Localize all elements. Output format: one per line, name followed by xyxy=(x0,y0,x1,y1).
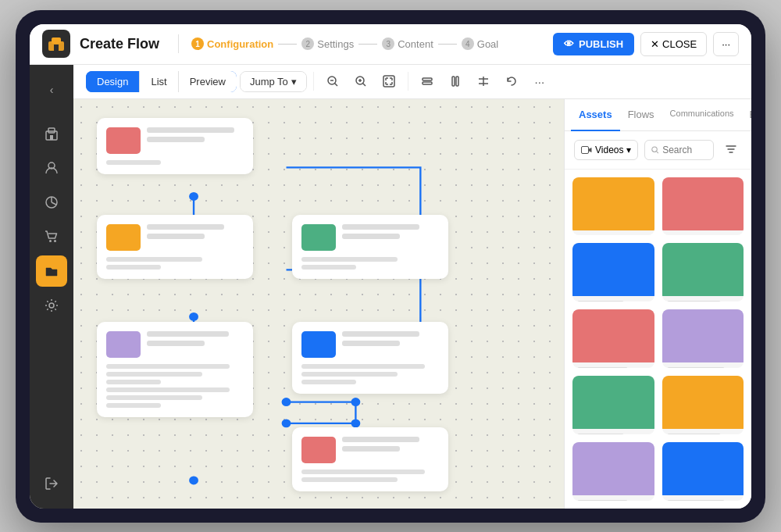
align-v-button[interactable] xyxy=(443,69,468,94)
asset-info xyxy=(572,296,654,302)
tab-flows[interactable]: Flows xyxy=(620,99,662,131)
design-tab[interactable]: Design xyxy=(86,71,139,92)
asset-info-line-1 xyxy=(577,235,628,236)
svg-point-31 xyxy=(652,146,657,151)
node-header-6 xyxy=(301,437,439,463)
sidebar-item-chart[interactable] xyxy=(36,187,67,218)
node-body-line-3a xyxy=(106,364,230,369)
asset-info-line-1 xyxy=(577,301,624,302)
preview-tab[interactable]: Preview xyxy=(178,71,237,92)
video-label[interactable]: Videos ▾ xyxy=(574,140,638,160)
asset-card[interactable] xyxy=(662,376,744,434)
app-logo xyxy=(42,30,70,58)
flow-node-4[interactable] xyxy=(292,215,448,279)
x-icon: ✕ xyxy=(651,38,659,50)
tab-communications[interactable]: Communications xyxy=(662,99,742,131)
distribute-button[interactable] xyxy=(471,69,496,94)
more-toolbar-button[interactable]: ··· xyxy=(527,69,552,94)
sidebar-item-logout[interactable] xyxy=(36,468,67,499)
svg-rect-1 xyxy=(52,37,61,44)
sidebar-item-back[interactable]: ‹ xyxy=(36,74,67,105)
tab-assets[interactable]: Assets xyxy=(571,99,620,131)
asset-thumb xyxy=(572,376,654,429)
asset-thumb xyxy=(572,243,654,296)
sidebar-item-cart[interactable] xyxy=(36,221,67,252)
asset-info xyxy=(662,429,744,434)
right-panel-tabs: Assets Flows Communications Extras xyxy=(565,99,751,131)
asset-card[interactable] xyxy=(662,309,744,368)
sidebar-item-buildings[interactable] xyxy=(36,118,67,149)
asset-info xyxy=(662,362,744,368)
canvas-area[interactable] xyxy=(73,99,564,509)
tab-extras[interactable]: Extras xyxy=(742,99,751,131)
zoom-in-button[interactable] xyxy=(348,69,373,94)
step-line-1 xyxy=(278,44,297,45)
search-input-wrap[interactable] xyxy=(644,140,714,160)
filter-button[interactable] xyxy=(720,139,742,161)
svg-point-8 xyxy=(49,240,52,242)
step-label-2: Settings xyxy=(317,38,354,50)
svg-rect-15 xyxy=(423,82,432,84)
zoom-out-button[interactable] xyxy=(320,69,345,94)
sidebar-item-user[interactable] xyxy=(36,152,67,184)
node-thumb-4 xyxy=(301,224,336,251)
sep2 xyxy=(408,72,408,91)
align-h-button[interactable] xyxy=(415,69,440,94)
node-line-1b xyxy=(147,137,205,142)
asset-card[interactable] xyxy=(572,177,654,236)
node-body-line-4b xyxy=(301,265,356,270)
node-thumb-2 xyxy=(106,224,141,251)
sidebar-item-settings[interactable] xyxy=(36,290,67,321)
asset-info xyxy=(572,362,654,368)
svg-rect-14 xyxy=(423,78,432,80)
node-header-2 xyxy=(106,224,244,251)
step-dot-1: 1 xyxy=(191,37,204,50)
asset-info-line-1 xyxy=(667,235,725,236)
breadcrumb-step-1[interactable]: 1 Configuration xyxy=(191,37,273,50)
asset-thumb xyxy=(572,442,654,495)
asset-card[interactable] xyxy=(572,309,654,368)
sidebar-item-folder[interactable] xyxy=(36,255,67,287)
flow-node-6[interactable] xyxy=(292,427,448,491)
step-line-2 xyxy=(358,44,377,45)
flow-node-1[interactable] xyxy=(97,118,253,174)
flow-node-3[interactable] xyxy=(97,322,253,417)
asset-card[interactable] xyxy=(572,376,654,434)
asset-card[interactable] xyxy=(662,442,744,501)
breadcrumb-step-3[interactable]: 3 Content xyxy=(382,37,433,50)
node-header-3 xyxy=(106,331,244,358)
video-icon xyxy=(581,146,592,154)
node-body-line-5a xyxy=(301,364,425,369)
node-lines-2 xyxy=(147,224,244,239)
asset-thumb xyxy=(662,309,744,362)
close-button[interactable]: ✕ CLOSE xyxy=(640,32,707,56)
reset-button[interactable] xyxy=(499,69,524,94)
list-tab[interactable]: List xyxy=(139,71,177,92)
view-toggle: Design List Preview xyxy=(86,71,237,92)
breadcrumb-step-2[interactable]: 2 Settings xyxy=(301,37,354,50)
divider xyxy=(178,34,179,53)
step-dot-4: 4 xyxy=(462,37,474,50)
node-body-line-1a xyxy=(106,160,161,165)
fit-button[interactable] xyxy=(376,69,401,94)
eye-icon: 👁 xyxy=(564,38,574,50)
node-lines-5 xyxy=(342,331,439,346)
node-body-3 xyxy=(106,364,244,408)
asset-card[interactable] xyxy=(662,243,744,302)
flow-node-5[interactable] xyxy=(292,322,448,394)
search-input[interactable] xyxy=(662,145,707,155)
node-body-2 xyxy=(106,257,244,270)
breadcrumb-step-4[interactable]: 4 Goal xyxy=(462,37,498,50)
asset-card[interactable] xyxy=(662,177,744,236)
step-label-4: Goal xyxy=(477,38,498,50)
jump-to-button[interactable]: Jump To ▾ xyxy=(241,72,306,91)
publish-button[interactable]: 👁 PUBLISH xyxy=(553,33,634,55)
svg-point-21 xyxy=(189,312,198,320)
node-body-line-3c xyxy=(106,380,161,384)
asset-card[interactable] xyxy=(572,243,654,302)
more-button[interactable]: ··· xyxy=(713,32,739,56)
node-thumb-5 xyxy=(301,331,336,358)
asset-card[interactable] xyxy=(572,442,654,501)
jump-to-group: Jump To ▾ xyxy=(240,71,307,92)
flow-node-2[interactable] xyxy=(97,215,253,279)
